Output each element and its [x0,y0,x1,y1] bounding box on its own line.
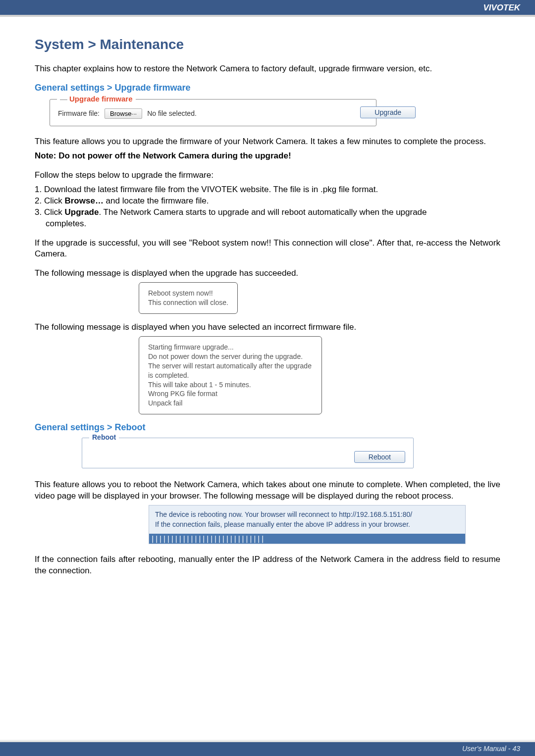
step3-part-c: . The Network Camera starts to upgrade a… [99,207,427,217]
step2-part-a: 2. Click [35,196,64,205]
reboot-legend: Reboot [89,433,119,441]
upgrade-button[interactable]: Upgrade [360,106,416,118]
no-file-selected-text: No file selected. [147,109,197,117]
reboot-button[interactable]: Reboot [354,451,405,463]
step2-part-c: and locate the firmware file. [104,196,209,205]
msg2-line2: Do not power down the server during the … [148,352,313,361]
upgrade-steps: 1. Download the latest firmware file fro… [35,184,500,230]
step2-bold: Browse… [64,196,103,205]
reboot-msg-line2: If the connection fails, please manually… [155,519,459,529]
upgrade-heading: General settings > Upgrade firmware [35,83,500,93]
reboot-after-para: If the connection fails after rebooting,… [35,554,500,577]
msg1-line2: This connection will close. [148,298,228,307]
msg2-line1: Starting firmware upgrade... [148,343,313,352]
brand-label: VIVOTEK [483,3,520,13]
upgrade-legend: —Upgrade firmware [57,95,136,103]
msg2-line4: This will take about 1 - 5 minutes. [148,380,313,390]
upgrade-success-para: If the upgrade is successful, you will s… [35,238,500,260]
follow-steps-intro: Follow the steps below to upgrade the fi… [35,170,500,181]
step3-part-a: 3. Click [35,207,64,217]
fail-message-box: Starting firmware upgrade... Do not powe… [139,336,322,414]
step-3-cont: completes. [35,218,500,230]
firmware-file-label: Firmware file: [58,109,100,117]
msg2-line5: Wrong PKG file format [148,389,313,399]
reboot-heading: General settings > Reboot [35,422,500,433]
reboot-panel: Reboot Reboot [82,438,414,468]
legend-dash: — [60,95,67,103]
step-2: 2. Click Browse… and locate the firmware… [35,196,500,207]
msg1-line1: Reboot system now!! [148,289,228,298]
rebooting-message-box: The device is rebooting now. Your browse… [149,505,466,544]
footer-band: User's Manual - 43 [0,742,535,756]
footer-page-label: User's Manual - 43 [462,745,520,753]
success-message-box: Reboot system now!! This connection will… [139,282,238,314]
msg-intro-fail: The following message is displayed when … [35,322,500,333]
firmware-file-row: Firmware file: Browse··· No file selecte… [58,108,368,119]
page-content: System > Maintenance This chapter explai… [0,17,535,577]
page-title: System > Maintenance [35,37,500,52]
upgrade-note: Note: Do not power off the Network Camer… [35,151,500,162]
header-band: VIVOTEK [0,0,535,15]
intro-paragraph: This chapter explains how to restore the… [35,63,500,75]
reboot-msg-line1: The device is rebooting now. Your browse… [155,509,459,519]
step-1: 1. Download the latest firmware file fro… [35,184,500,196]
progress-ticks: ||||||||||||||||||||||||||||| [151,535,265,543]
msg2-line6: Unpack fail [148,399,313,408]
upgrade-desc: This feature allows you to upgrade the f… [35,136,500,148]
reboot-desc: This feature allows you to reboot the Ne… [35,479,500,502]
msg-intro-success: The following message is displayed when … [35,268,500,279]
reboot-msg-text: The device is rebooting now. Your browse… [149,505,465,531]
reboot-progress-bar: ||||||||||||||||||||||||||||| [149,534,465,544]
step-3: 3. Click Upgrade. The Network Camera sta… [35,207,500,218]
legend-text: Upgrade firmware [69,95,133,103]
msg2-line3: The server will restart automatically af… [148,361,313,380]
upgrade-firmware-panel: —Upgrade firmware Firmware file: Browse·… [50,99,376,126]
browse-button[interactable]: Browse··· [105,108,142,119]
step3-bold: Upgrade [64,207,99,217]
